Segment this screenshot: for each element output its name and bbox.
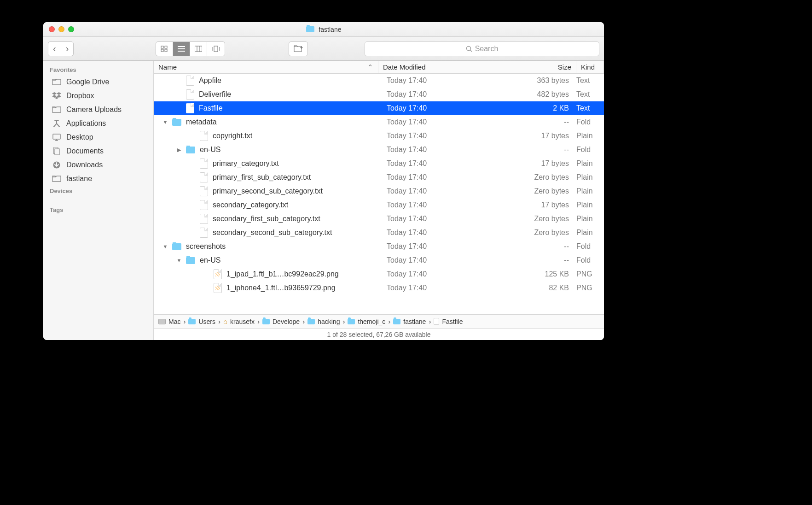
search-field[interactable]: Search (365, 41, 599, 56)
sidebar-item[interactable]: Downloads (43, 158, 153, 172)
file-row[interactable]: DeliverfileToday 17:40482 bytesText (154, 88, 604, 101)
sidebar-section-header: Tags (43, 205, 153, 215)
view-list-button[interactable] (173, 42, 190, 56)
file-size: 82 KB (507, 284, 576, 292)
file-row[interactable]: ▶en-USToday 17:40--Fold (154, 143, 604, 157)
file-row[interactable]: primary_category.txtToday 17:4017 bytesP… (154, 157, 604, 170)
chevron-right-icon: › (257, 317, 260, 325)
file-name: copyright.txt (213, 132, 252, 140)
path-segment[interactable]: Fastfile (434, 318, 463, 325)
file-date: Today 17:40 (378, 104, 507, 112)
new-folder-button[interactable] (289, 42, 307, 56)
file-row[interactable]: ▼metadataToday 17:40--Fold (154, 115, 604, 129)
column-size[interactable]: Size (507, 61, 576, 73)
column-kind[interactable]: Kind (576, 61, 604, 73)
titlebar[interactable]: fastlane (43, 22, 604, 37)
path-bar[interactable]: Mac›Users›⌂krausefx›Develope›hacking›the… (154, 314, 604, 328)
sidebar-item[interactable]: Documents (43, 144, 153, 158)
column-name[interactable]: Name ⌃ (154, 61, 378, 73)
sidebar-item[interactable]: Google Drive (43, 75, 153, 89)
file-size: 17 bytes (507, 201, 576, 209)
sidebar-item-label: Downloads (66, 161, 103, 169)
file-date: Today 17:40 (378, 118, 507, 126)
path-segment[interactable]: ⌂krausefx (223, 317, 255, 325)
file-row[interactable]: primary_second_sub_category.txtToday 17:… (154, 184, 604, 198)
file-row[interactable]: AppfileToday 17:40363 bytesText (154, 74, 604, 88)
file-kind: Plain (576, 159, 604, 168)
file-icon (186, 103, 194, 113)
sidebar-item[interactable]: fastlane (43, 172, 153, 186)
file-size: 482 bytes (507, 90, 576, 99)
back-button[interactable]: ‹ (48, 42, 61, 56)
disclosure-triangle-icon[interactable]: ▶ (176, 147, 182, 153)
documents-icon (52, 147, 61, 155)
file-kind: Fold (576, 242, 604, 251)
path-segment[interactable]: themoji_c (348, 318, 385, 325)
zoom-window-button[interactable] (68, 26, 74, 32)
sidebar-item-label: Documents (66, 147, 104, 155)
folder-icon (262, 319, 270, 324)
file-name: secondary_category.txt (213, 201, 288, 209)
file-kind: Plain (576, 229, 604, 237)
file-row[interactable]: 1_iphone4_1.ftl…b93659729.pngToday 17:40… (154, 281, 604, 295)
close-window-button[interactable] (49, 26, 55, 32)
file-row[interactable]: secondary_first_sub_category.txtToday 17… (154, 212, 604, 226)
sidebar-item[interactable]: Dropbox (43, 89, 153, 103)
file-date: Today 17:40 (378, 242, 507, 251)
column-date[interactable]: Date Modified (378, 61, 507, 73)
file-kind: Plain (576, 201, 604, 209)
file-row[interactable]: ▼en-USToday 17:40--Fold (154, 253, 604, 267)
path-label: krausefx (230, 318, 255, 325)
file-row[interactable]: primary_first_sub_category.txtToday 17:4… (154, 170, 604, 184)
file-date: Today 17:40 (378, 215, 507, 223)
file-date: Today 17:40 (378, 132, 507, 140)
image-file-icon (214, 283, 222, 293)
path-segment[interactable]: hacking (307, 318, 340, 325)
path-segment[interactable]: Develope (262, 318, 300, 325)
file-kind: Plain (576, 132, 604, 140)
file-name: Fastfile (199, 104, 223, 112)
home-icon: ⌂ (223, 317, 227, 325)
minimize-window-button[interactable] (58, 26, 64, 32)
view-icons-button[interactable] (156, 42, 173, 56)
disclosure-triangle-icon[interactable]: ▼ (162, 119, 168, 125)
file-size: 2 KB (507, 104, 576, 112)
file-list: Name ⌃ Date Modified Size Kind AppfileTo… (154, 61, 604, 340)
coverflow-icon (212, 46, 220, 52)
disk-icon (158, 319, 166, 324)
path-segment[interactable]: Users (188, 318, 215, 325)
file-kind: Plain (576, 173, 604, 182)
file-icon (186, 89, 194, 100)
path-segment[interactable]: fastlane (393, 318, 426, 325)
path-segment[interactable]: Mac (158, 318, 180, 325)
file-size: -- (507, 146, 576, 154)
file-row[interactable]: secondary_second_sub_category.txtToday 1… (154, 226, 604, 240)
folder-icon (52, 78, 61, 86)
file-row[interactable]: 1_ipad_1.ftl_b1…bc992eac29.pngToday 17:4… (154, 267, 604, 281)
file-row[interactable]: secondary_category.txtToday 17:4017 byte… (154, 198, 604, 212)
folder-icon (52, 106, 61, 113)
view-columns-button[interactable] (190, 42, 207, 56)
disclosure-triangle-icon[interactable]: ▼ (162, 244, 168, 249)
path-label: fastlane (403, 318, 426, 325)
sidebar-item-label: Camera Uploads (66, 106, 122, 114)
view-gallery-button[interactable] (207, 42, 225, 56)
file-kind: Text (576, 90, 604, 99)
nav-buttons: ‹ › (48, 41, 74, 56)
file-icon (186, 76, 194, 86)
file-icon (434, 318, 439, 325)
file-row[interactable]: copyright.txtToday 17:4017 bytesPlain (154, 129, 604, 143)
sidebar-item[interactable]: Applications (43, 117, 153, 130)
file-row[interactable]: FastfileToday 17:402 KBText (154, 101, 604, 115)
file-icon (200, 214, 208, 224)
sidebar-item[interactable]: Desktop (43, 130, 153, 144)
file-date: Today 17:40 (378, 173, 507, 182)
sidebar-item[interactable]: Camera Uploads (43, 103, 153, 117)
file-size: 363 bytes (507, 76, 576, 85)
file-row[interactable]: ▼screenshotsToday 17:40--Fold (154, 240, 604, 253)
chevron-right-icon: › (302, 317, 305, 325)
disclosure-triangle-icon[interactable]: ▼ (176, 258, 182, 263)
new-folder-icon (294, 45, 303, 52)
forward-button[interactable]: › (61, 42, 74, 56)
svg-rect-27 (55, 149, 59, 155)
